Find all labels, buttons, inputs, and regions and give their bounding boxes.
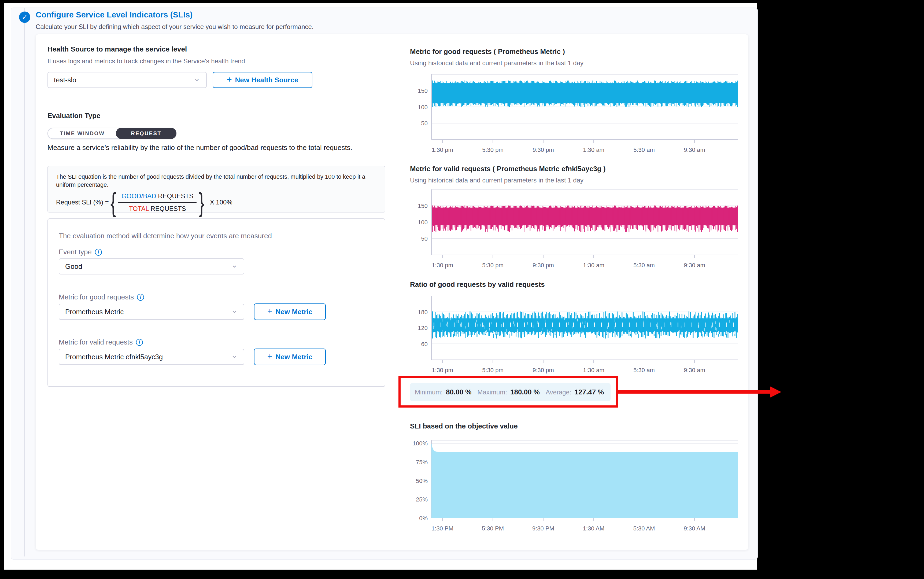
svg-text:150: 150 xyxy=(418,203,428,209)
event-type-select[interactable]: Good ⌄ xyxy=(59,258,244,275)
health-source-selected-value: test-slo xyxy=(54,76,77,84)
svg-text:60: 60 xyxy=(421,341,428,347)
new-metric-label: New Metric xyxy=(275,308,312,316)
svg-text:5:30 PM: 5:30 PM xyxy=(482,525,504,532)
brace-open: { xyxy=(111,191,116,213)
svg-text:9:30 pm: 9:30 pm xyxy=(533,262,554,268)
sli-card: Health Source to manage the service leve… xyxy=(36,34,748,550)
svg-text:5:30 am: 5:30 am xyxy=(633,147,655,153)
svg-text:100: 100 xyxy=(418,219,428,226)
svg-text:5:30 AM: 5:30 AM xyxy=(633,525,655,532)
new-metric-button-valid[interactable]: + New Metric xyxy=(254,348,326,365)
svg-text:75%: 75% xyxy=(416,459,428,466)
chart-title-ratio: Ratio of good requests by valid requests xyxy=(410,280,545,289)
toggle-option-request[interactable]: REQUEST xyxy=(116,128,176,139)
charts-column: Metric for good requests ( Prometheus Me… xyxy=(410,34,745,550)
column-divider xyxy=(392,34,392,550)
svg-text:1:30 pm: 1:30 pm xyxy=(432,262,453,268)
event-type-label: Event type i xyxy=(59,248,102,256)
svg-text:1:30 am: 1:30 am xyxy=(583,262,605,268)
svg-text:1:30 pm: 1:30 pm xyxy=(432,147,453,153)
svg-text:5:30 pm: 5:30 pm xyxy=(482,367,504,373)
svg-text:9:30 am: 9:30 am xyxy=(684,367,705,373)
check-circle-icon: ✓ xyxy=(19,11,30,23)
highlight-rectangle xyxy=(398,376,618,407)
chart-title-sli: SLI based on the objective value xyxy=(410,422,518,430)
new-metric-button-good[interactable]: + New Metric xyxy=(254,303,326,320)
sli-equation-box: The SLI equation is the number of good r… xyxy=(47,166,385,213)
valid-metric-select[interactable]: Prometheus Metric efnkl5ayc3g ⌄ xyxy=(59,349,244,365)
svg-text:120: 120 xyxy=(418,325,428,331)
step-timeline-line xyxy=(24,8,25,556)
equation-lhs: Request SLI (%) = xyxy=(56,198,109,206)
valid-requests-chart: 501001501:30 pm5:30 pm9:30 pm1:30 am5:30… xyxy=(410,190,738,273)
numerator-rest: REQUESTS xyxy=(156,192,194,200)
arrow-head-icon xyxy=(770,386,781,397)
plus-icon: + xyxy=(267,352,272,361)
health-source-select[interactable]: test-slo ⌄ xyxy=(47,72,207,88)
evaluation-method-description: The evaluation method will determine how… xyxy=(59,232,272,240)
chart-title-good: Metric for good requests ( Prometheus Me… xyxy=(410,47,565,56)
svg-text:180: 180 xyxy=(418,309,428,316)
arrow-shaft xyxy=(617,390,771,394)
new-health-source-label: New Health Source xyxy=(235,76,298,84)
chart-subtitle-valid: Using historical data and current parame… xyxy=(410,177,583,184)
good-metric-selected-value: Prometheus Metric xyxy=(65,308,124,316)
equation-intro: The SLI equation is the number of good r… xyxy=(56,173,378,189)
good-metric-label: Metric for good requests i xyxy=(59,293,144,301)
chart-title-valid: Metric for valid requests ( Prometheus M… xyxy=(410,165,606,173)
page-subtitle: Calculate your SLI by defining which asp… xyxy=(36,23,314,31)
valid-metric-selected-value: Prometheus Metric efnkl5ayc3g xyxy=(65,353,163,361)
plus-icon: + xyxy=(227,75,232,85)
screenshot-canvas: ✓ Configure Service Level Indicators (SL… xyxy=(0,0,924,579)
svg-text:1:30 am: 1:30 am xyxy=(583,367,605,373)
app-page: ✓ Configure Service Level Indicators (SL… xyxy=(4,3,757,569)
toggle-option-time-window[interactable]: TIME WINDOW xyxy=(48,131,116,137)
new-metric-label: New Metric xyxy=(275,353,312,361)
form-column: Health Source to manage the service leve… xyxy=(47,34,388,550)
svg-text:1:30 AM: 1:30 AM xyxy=(583,525,605,532)
svg-text:5:30 am: 5:30 am xyxy=(633,367,655,373)
denominator-highlight: TOTAL xyxy=(129,205,149,212)
info-icon[interactable]: i xyxy=(136,339,143,346)
good-metric-label-text: Metric for good requests xyxy=(59,293,134,301)
new-health-source-button[interactable]: + New Health Source xyxy=(213,72,312,88)
good-metric-row: Prometheus Metric ⌄ + New Metric xyxy=(59,303,326,320)
equation-numerator: GOOD/BAD REQUESTS xyxy=(118,192,197,203)
svg-text:5:30 pm: 5:30 pm xyxy=(482,262,504,268)
evaluation-type-toggle: TIME WINDOW REQUEST xyxy=(47,128,176,139)
svg-text:9:30 PM: 9:30 PM xyxy=(532,525,554,532)
chevron-down-icon: ⌄ xyxy=(194,76,200,81)
svg-text:9:30 am: 9:30 am xyxy=(684,147,705,153)
svg-text:5:30 pm: 5:30 pm xyxy=(482,147,504,153)
health-source-heading: Health Source to manage the service leve… xyxy=(47,45,187,53)
chevron-down-icon: ⌄ xyxy=(231,307,238,313)
sli-objective-chart: 0%25%50%75%100%1:30 PM5:30 PM9:30 PM1:30… xyxy=(410,440,738,536)
numerator-highlight: GOOD/BAD xyxy=(121,192,156,200)
svg-text:100: 100 xyxy=(418,104,428,111)
info-icon[interactable]: i xyxy=(137,294,144,301)
event-type-label-text: Event type xyxy=(59,248,92,256)
brace-close: } xyxy=(199,191,205,213)
equation-row: Request SLI (%) = { GOOD/BAD REQUESTS TO… xyxy=(56,191,377,213)
evaluation-method-box: The evaluation method will determine how… xyxy=(47,218,385,387)
valid-metric-label: Metric for valid requests i xyxy=(59,338,143,347)
good-metric-select[interactable]: Prometheus Metric ⌄ xyxy=(59,304,244,320)
chart-subtitle-good: Using historical data and current parame… xyxy=(410,59,583,67)
svg-text:1:30 PM: 1:30 PM xyxy=(432,525,453,532)
svg-text:50%: 50% xyxy=(416,478,428,484)
info-icon[interactable]: i xyxy=(95,249,102,256)
page-title: Configure Service Level Indicators (SLIs… xyxy=(36,10,192,19)
event-type-selected-value: Good xyxy=(65,262,82,271)
valid-metric-label-text: Metric for valid requests xyxy=(59,338,133,347)
equation-denominator: TOTAL REQUESTS xyxy=(118,203,197,213)
equation-fraction: GOOD/BAD REQUESTS TOTAL REQUESTS xyxy=(118,192,197,213)
equation-rhs: X 100% xyxy=(210,198,233,206)
good-requests-chart: 501001501:30 pm5:30 pm9:30 pm1:30 am5:30… xyxy=(410,74,738,157)
chevron-down-icon: ⌄ xyxy=(231,262,238,268)
svg-text:50: 50 xyxy=(421,235,428,242)
svg-text:100%: 100% xyxy=(413,440,428,447)
valid-metric-row: Prometheus Metric efnkl5ayc3g ⌄ + New Me… xyxy=(59,348,326,365)
ratio-chart: 601201801:30 pm5:30 pm9:30 pm1:30 am5:30… xyxy=(410,296,738,378)
evaluation-type-heading: Evaluation Type xyxy=(47,111,100,120)
